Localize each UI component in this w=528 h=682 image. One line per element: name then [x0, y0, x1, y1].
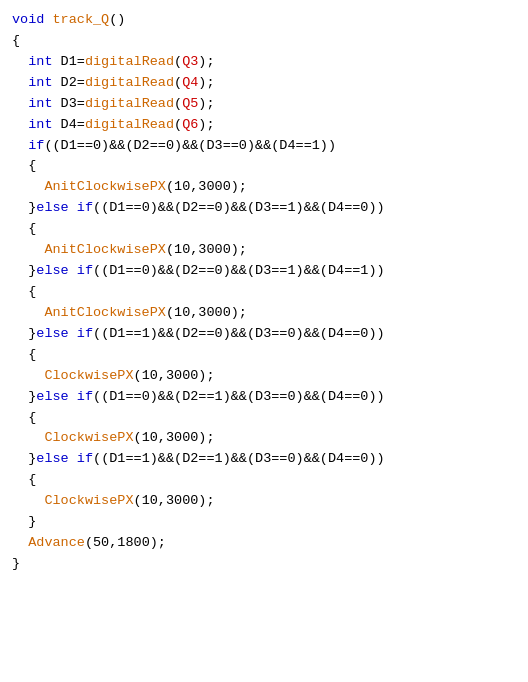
- line-1: void track_Q(): [12, 10, 520, 31]
- line-12: AnitClockwisePX(10,3000);: [12, 240, 520, 261]
- line-18: ClockwisePX(10,3000);: [12, 366, 520, 387]
- line-8: {: [12, 156, 520, 177]
- line-20: {: [12, 408, 520, 429]
- line-9: AnitClockwisePX(10,3000);: [12, 177, 520, 198]
- line-17: {: [12, 345, 520, 366]
- line-11: {: [12, 219, 520, 240]
- line-25: }: [12, 512, 520, 533]
- line-6: int D4=digitalRead(Q6);: [12, 115, 520, 136]
- line-24: ClockwisePX(10,3000);: [12, 491, 520, 512]
- line-5: int D3=digitalRead(Q5);: [12, 94, 520, 115]
- line-22: }else if((D1==1)&&(D2==1)&&(D3==0)&&(D4=…: [12, 449, 520, 470]
- line-4: int D2=digitalRead(Q4);: [12, 73, 520, 94]
- line-10: }else if((D1==0)&&(D2==0)&&(D3==1)&&(D4=…: [12, 198, 520, 219]
- code-editor: void track_Q(){ int D1=digitalRead(Q3); …: [0, 0, 528, 682]
- line-21: ClockwisePX(10,3000);: [12, 428, 520, 449]
- line-3: int D1=digitalRead(Q3);: [12, 52, 520, 73]
- line-27: }: [12, 554, 520, 575]
- line-23: {: [12, 470, 520, 491]
- line-16: }else if((D1==1)&&(D2==0)&&(D3==0)&&(D4=…: [12, 324, 520, 345]
- line-13: }else if((D1==0)&&(D2==0)&&(D3==1)&&(D4=…: [12, 261, 520, 282]
- line-14: {: [12, 282, 520, 303]
- line-15: AnitClockwisePX(10,3000);: [12, 303, 520, 324]
- line-2: {: [12, 31, 520, 52]
- line-19: }else if((D1==0)&&(D2==1)&&(D3==0)&&(D4=…: [12, 387, 520, 408]
- line-7: if((D1==0)&&(D2==0)&&(D3==0)&&(D4==1)): [12, 136, 520, 157]
- line-26: Advance(50,1800);: [12, 533, 520, 554]
